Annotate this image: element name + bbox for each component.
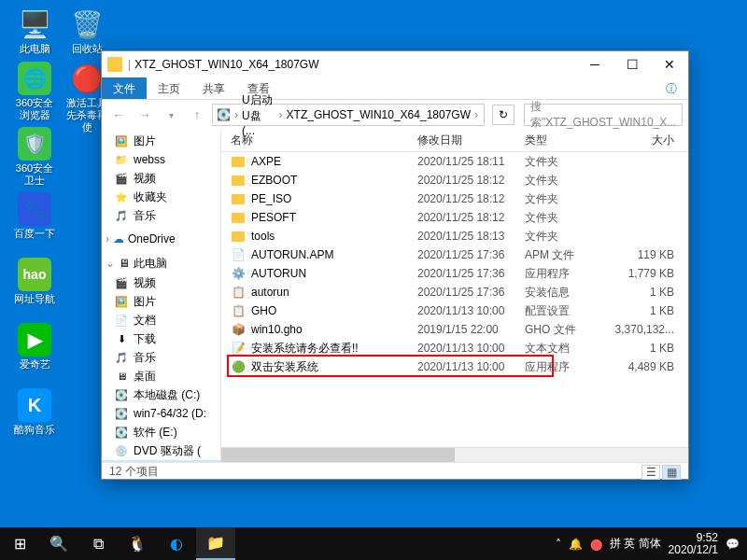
desktop-icon[interactable]: hao网址导航: [11, 258, 58, 305]
sidebar-item[interactable]: 💽软件 (E:): [102, 423, 220, 441]
sidebar-item[interactable]: 🎵音乐: [102, 348, 220, 367]
file-size: 3,370,132...: [609, 323, 674, 336]
desktop-icon[interactable]: 🗑️回收站: [63, 7, 110, 55]
col-date[interactable]: 修改日期: [417, 133, 525, 148]
app-icon: 🖥️: [18, 7, 51, 41]
history-dropdown[interactable]: ▾: [160, 104, 182, 126]
start-button[interactable]: ⊞: [0, 527, 39, 560]
file-size: 119 KB: [609, 248, 674, 261]
file-type: 应用程序: [525, 359, 609, 375]
icon-label: 360安全浏览器: [11, 97, 58, 121]
sidebar-onedrive[interactable]: ›☁OneDrive: [102, 229, 220, 249]
desktop-icon[interactable]: ▶爱奇艺: [11, 323, 58, 371]
file-row[interactable]: 📦win10.gho2019/1/15 22:00GHO 文件3,370,132…: [221, 320, 688, 339]
file-date: 2020/11/25 17:36: [417, 248, 525, 261]
address-bar[interactable]: 💽 › U启动U盘 (... › XTZ_GHOST_WIN10_X64_180…: [212, 104, 485, 126]
file-row[interactable]: tools2020/11/25 18:13文件夹: [221, 227, 688, 245]
sidebar-item[interactable]: 📄文档: [102, 311, 220, 329]
taskbar-explorer[interactable]: 📁: [196, 527, 235, 560]
sidebar-item[interactable]: ⭐收藏夹: [102, 188, 220, 206]
tray-notifications-icon[interactable]: 💬: [726, 538, 740, 551]
file-name: 安装系统请务必查看!!: [251, 341, 417, 357]
desktop-icon[interactable]: 🐾百度一下: [11, 192, 58, 240]
sidebar-item[interactable]: 🖼️图片: [102, 132, 220, 150]
sidebar-item[interactable]: 🎬视频: [102, 169, 220, 188]
file-icon: [231, 191, 246, 206]
desktop-icon[interactable]: K酷狗音乐: [11, 388, 58, 436]
col-type[interactable]: 类型: [525, 133, 609, 148]
tray-ime[interactable]: 拼 英 简体: [610, 536, 661, 552]
sidebar-thispc[interactable]: ⌄🖥此电脑: [102, 253, 220, 273]
ribbon-help[interactable]: ⓘ: [655, 77, 688, 99]
file-row[interactable]: 🟢双击安装系统2020/11/13 10:00应用程序4,489 KB: [221, 357, 688, 376]
nav-label: U启动U盘 (G:): [134, 462, 205, 463]
file-icon: 📦: [231, 322, 246, 337]
nav-label: 软件 (E:): [134, 425, 177, 441]
tray-icon-2[interactable]: ⬤: [590, 538, 602, 551]
view-details-button[interactable]: ☰: [641, 465, 660, 480]
sidebar-item[interactable]: 💽win7-64/32 (D:: [102, 404, 220, 423]
tray-chevron-icon[interactable]: ˄: [556, 538, 561, 551]
taskbar-app-2[interactable]: ◐: [157, 527, 196, 560]
col-name[interactable]: 名称: [231, 133, 417, 148]
nav-label: 收藏夹: [134, 189, 167, 205]
file-row[interactable]: 📋autorun2020/11/25 17:36安装信息1 KB: [221, 283, 688, 301]
file-date: 2020/11/25 18:12: [417, 211, 525, 224]
nav-icon: 💿: [115, 444, 128, 457]
icon-label: 爱奇艺: [11, 358, 58, 371]
sidebar-item[interactable]: 🎬视频: [102, 273, 220, 292]
nav-icon: 🎬: [115, 276, 128, 289]
col-size[interactable]: 大小: [609, 133, 674, 148]
view-icons-button[interactable]: ▦: [662, 465, 681, 480]
file-row[interactable]: 📄AUTORUN.APM2020/11/25 17:36APM 文件119 KB: [221, 245, 688, 264]
sidebar-item[interactable]: 🎵音乐: [102, 206, 220, 225]
nav-label: 文档: [134, 313, 156, 329]
file-row[interactable]: AXPE2020/11/25 18:11文件夹: [221, 152, 688, 171]
back-button[interactable]: ←: [107, 104, 130, 126]
taskview-button[interactable]: ⧉: [78, 527, 118, 560]
file-icon: ⚙️: [231, 266, 246, 281]
tab-home[interactable]: 主页: [147, 77, 191, 99]
sidebar-item[interactable]: 💽本地磁盘 (C:): [102, 385, 220, 404]
sidebar-item[interactable]: 📁webss: [102, 150, 220, 169]
taskbar-clock[interactable]: 9:52 2020/12/1: [669, 532, 718, 556]
file-row[interactable]: 📝安装系统请务必查看!!2020/11/13 10:00文本文档1 KB: [221, 339, 688, 357]
nav-label: webss: [134, 153, 165, 166]
app-icon: 🐾: [18, 192, 51, 226]
titlebar[interactable]: | XTZ_GHOST_WIN10_X64_1807GW ─ ☐ ✕: [102, 51, 688, 77]
nav-icon: 📄: [115, 314, 128, 327]
tray-icon-1[interactable]: 🔔: [569, 538, 583, 551]
tab-share[interactable]: 共享: [191, 77, 236, 99]
desktop-icon[interactable]: 🖥️此电脑: [11, 7, 58, 55]
sidebar-item[interactable]: 💽U启动U盘 (G:): [102, 460, 220, 462]
system-tray: ˄ 🔔 ⬤ 拼 英 简体 9:52 2020/12/1 💬: [556, 532, 747, 556]
ribbon: 文件 主页 共享 查看 ⓘ: [102, 77, 688, 100]
file-tab[interactable]: 文件: [102, 77, 147, 99]
taskbar-app-1[interactable]: 🐧: [118, 527, 157, 560]
refresh-button[interactable]: ↻: [492, 105, 514, 125]
file-row[interactable]: PESOFT2020/11/25 18:12文件夹: [221, 208, 688, 227]
sidebar-item[interactable]: 💿DVD 驱动器 (: [102, 441, 220, 460]
file-row[interactable]: ⚙️AUTORUN2020/11/25 17:36应用程序1,779 KB: [221, 264, 688, 283]
breadcrumb-1[interactable]: XTZ_GHOST_WIN10_X64_1807GW: [287, 108, 471, 121]
forward-button[interactable]: →: [134, 104, 156, 126]
file-date: 2020/11/25 18:12: [417, 192, 525, 205]
file-size: 1 KB: [609, 342, 674, 355]
up-button[interactable]: ↑: [186, 104, 208, 126]
sidebar-item[interactable]: 🖥桌面: [102, 367, 220, 385]
desktop-icon[interactable]: 🛡️360安全卫士: [11, 127, 58, 187]
sidebar-item[interactable]: ⬇下载: [102, 329, 220, 348]
file-row[interactable]: PE_ISO2020/11/25 18:12文件夹: [221, 189, 688, 208]
maximize-button[interactable]: ☐: [613, 51, 651, 77]
desktop-icon[interactable]: 🌐360安全浏览器: [11, 62, 58, 121]
search-input[interactable]: 搜索"XTZ_GHOST_WIN10_X...: [524, 104, 683, 126]
nav-icon: 💽: [115, 388, 128, 401]
close-button[interactable]: ✕: [651, 51, 688, 77]
sidebar-item[interactable]: 🖼️图片: [102, 292, 220, 311]
minimize-button[interactable]: ─: [576, 51, 613, 77]
file-row[interactable]: 📋GHO2020/11/13 10:00配置设置1 KB: [221, 301, 688, 320]
search-button[interactable]: 🔍: [39, 527, 78, 560]
nav-label: win7-64/32 (D:: [134, 407, 206, 420]
file-row[interactable]: EZBOOT2020/11/25 18:12文件夹: [221, 171, 688, 189]
scrollbar-horizontal[interactable]: [221, 447, 688, 462]
